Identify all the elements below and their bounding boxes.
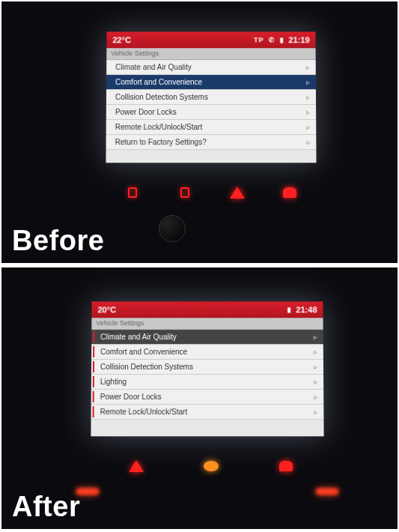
menu-label: Climate and Air Quality xyxy=(100,333,177,341)
menu-item-door-locks[interactable]: Power Door Locks ▹ xyxy=(91,390,324,405)
settings-menu: Climate and Air Quality ▹ Comfort and Co… xyxy=(106,60,317,150)
menu-label: Comfort and Convenience xyxy=(100,348,187,356)
new-item-marker xyxy=(93,331,94,342)
status-bar: 22°C TP ✆ ▮ 21:19 xyxy=(106,31,315,48)
menu-label: Power Door Locks xyxy=(115,108,177,116)
chevron-right-icon: ▹ xyxy=(306,63,310,71)
chevron-right-icon: ▹ xyxy=(306,123,310,131)
menu-item-remote[interactable]: Remote Lock/Unlock/Start ▹ xyxy=(91,405,324,420)
dash-button-row xyxy=(106,181,316,204)
chevron-right-icon: ▹ xyxy=(314,348,317,356)
chevron-right-icon: ▹ xyxy=(314,393,317,401)
unlock-button[interactable] xyxy=(176,184,194,202)
menu-item-climate[interactable]: Climate and Air Quality ▹ xyxy=(91,330,323,345)
temperature-readout: 20°C xyxy=(97,305,116,314)
chevron-right-icon: ▹ xyxy=(314,408,317,416)
clock: 21:48 xyxy=(296,305,317,314)
menu-label: Comfort and Convenience xyxy=(115,78,202,86)
new-item-marker xyxy=(93,406,94,417)
menu-item-climate[interactable]: Climate and Air Quality ▹ xyxy=(106,60,316,75)
control-knob[interactable] xyxy=(159,215,186,242)
menu-label: Climate and Air Quality xyxy=(115,63,192,71)
menu-item-collision[interactable]: Collision Detection Systems ▹ xyxy=(106,90,316,105)
new-item-marker xyxy=(93,376,94,387)
menu-label: Power Door Locks xyxy=(100,393,162,401)
chevron-right-icon: ▹ xyxy=(306,138,310,146)
caption-before: Before xyxy=(12,225,104,257)
menu-label: Return to Factory Settings? xyxy=(115,138,207,146)
menu-label: Remote Lock/Unlock/Start xyxy=(100,408,188,416)
settings-menu: Climate and Air Quality ▹ Comfort and Co… xyxy=(91,330,324,420)
hazard-button[interactable] xyxy=(127,457,145,475)
menu-item-comfort[interactable]: Comfort and Convenience ▹ xyxy=(91,345,323,360)
new-item-marker xyxy=(93,346,94,357)
caption-after: After xyxy=(12,491,80,523)
temperature-readout: 22°C xyxy=(112,35,131,44)
chevron-right-icon: ▹ xyxy=(306,108,310,116)
menu-item-collision[interactable]: Collision Detection Systems ▹ xyxy=(91,360,323,375)
chevron-right-icon: ▹ xyxy=(306,78,310,86)
new-item-marker xyxy=(93,361,94,372)
infotainment-screen-after: 20°C ▮ 21:48 Vehicle Settings Climate an… xyxy=(91,301,323,436)
breadcrumb: Vehicle Settings xyxy=(106,48,315,60)
dash-button-row xyxy=(99,455,323,477)
chevron-right-icon: ▹ xyxy=(314,333,317,341)
clock: 21:19 xyxy=(288,35,309,44)
phone-icon: ✆ xyxy=(269,36,275,43)
lock-button[interactable] xyxy=(124,184,141,202)
menu-item-lighting[interactable]: Lighting ▹ xyxy=(91,375,323,390)
menu-label: Lighting xyxy=(100,378,127,386)
menu-label: Remote Lock/Unlock/Start xyxy=(115,123,202,131)
knob-indicator-glow xyxy=(316,489,338,495)
chevron-right-icon: ▹ xyxy=(306,93,310,101)
before-panel: 22°C TP ✆ ▮ 21:19 Vehicle Settings Clima… xyxy=(0,0,399,265)
defrost-button[interactable] xyxy=(281,184,299,202)
menu-item-comfort[interactable]: Comfort and Convenience ▹ xyxy=(106,75,316,90)
hazard-button[interactable] xyxy=(228,184,246,202)
signal-icon: ▮ xyxy=(280,36,284,43)
menu-item-door-locks[interactable]: Power Door Locks ▹ xyxy=(106,105,316,120)
menu-item-factory-reset[interactable]: Return to Factory Settings? ▹ xyxy=(106,135,317,150)
chevron-right-icon: ▹ xyxy=(314,363,317,371)
defrost-button[interactable] xyxy=(277,457,295,475)
tp-indicator: TP xyxy=(254,36,264,43)
signal-icon: ▮ xyxy=(287,306,291,313)
status-bar: 20°C ▮ 21:48 xyxy=(91,301,323,318)
menu-label: Collision Detection Systems xyxy=(115,93,208,101)
infotainment-screen-before: 22°C TP ✆ ▮ 21:19 Vehicle Settings Clima… xyxy=(106,31,316,163)
airbag-warning-icon xyxy=(202,457,220,475)
new-item-marker xyxy=(93,391,94,402)
chevron-right-icon: ▹ xyxy=(314,378,317,386)
menu-label: Collision Detection Systems xyxy=(100,363,193,371)
menu-item-remote[interactable]: Remote Lock/Unlock/Start ▹ xyxy=(106,120,317,135)
after-panel: 20°C ▮ 21:48 Vehicle Settings Climate an… xyxy=(0,266,399,531)
breadcrumb: Vehicle Settings xyxy=(91,318,323,330)
